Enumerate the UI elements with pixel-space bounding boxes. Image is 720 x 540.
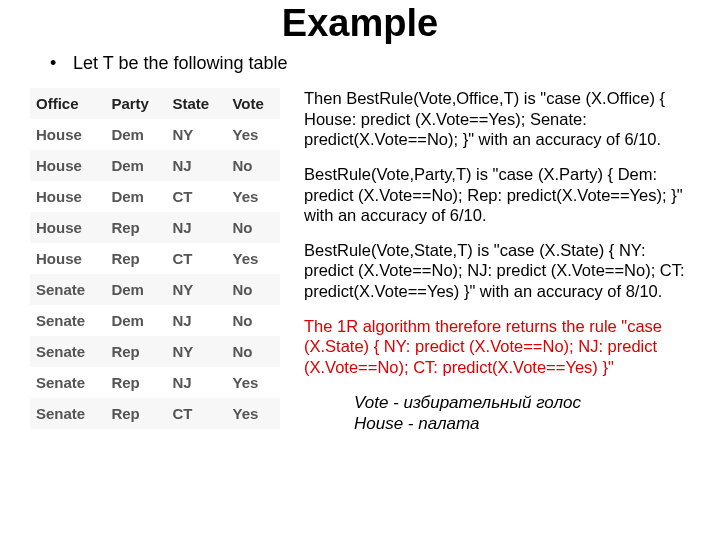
glossary: Vote - избирательный голос House - палат…: [354, 392, 690, 435]
explanation: Then BestRule(Vote,Office,T) is "case (X…: [280, 88, 690, 434]
table-row: SenateRepNYNo: [30, 336, 280, 367]
table-row: HouseRepNJNo: [30, 212, 280, 243]
slide-title: Example: [30, 2, 690, 45]
table-header-row: Office Party State Vote: [30, 88, 280, 119]
table-row: SenateRepNJYes: [30, 367, 280, 398]
intro-text: Let T be the following table: [73, 53, 288, 73]
table-row: SenateDemNYNo: [30, 274, 280, 305]
data-table: Office Party State Vote HouseDemNYYes Ho…: [30, 88, 280, 429]
paragraph-office: Then BestRule(Vote,Office,T) is "case (X…: [304, 88, 690, 150]
slide: Example • Let T be the following table O…: [0, 2, 720, 540]
gloss-house: House - палата: [354, 413, 690, 434]
paragraph-result: The 1R algorithm therefore returns the r…: [304, 316, 690, 378]
table-container: Office Party State Vote HouseDemNYYes Ho…: [30, 88, 280, 434]
col-vote: Vote: [226, 88, 280, 119]
paragraph-party: BestRule(Vote,Party,T) is "case (X.Party…: [304, 164, 690, 226]
bullet-icon: •: [50, 53, 68, 74]
content-area: Office Party State Vote HouseDemNYYes Ho…: [30, 88, 690, 434]
table-row: HouseRepCTYes: [30, 243, 280, 274]
table-row: SenateRepCTYes: [30, 398, 280, 429]
col-state: State: [166, 88, 226, 119]
col-party: Party: [105, 88, 166, 119]
table-row: SenateDemNJNo: [30, 305, 280, 336]
col-office: Office: [30, 88, 105, 119]
gloss-vote: Vote - избирательный голос: [354, 392, 690, 413]
intro-line: • Let T be the following table: [50, 53, 690, 74]
table-row: HouseDemNYYes: [30, 119, 280, 150]
table-row: HouseDemNJNo: [30, 150, 280, 181]
paragraph-state: BestRule(Vote,State,T) is "case (X.State…: [304, 240, 690, 302]
table-row: HouseDemCTYes: [30, 181, 280, 212]
